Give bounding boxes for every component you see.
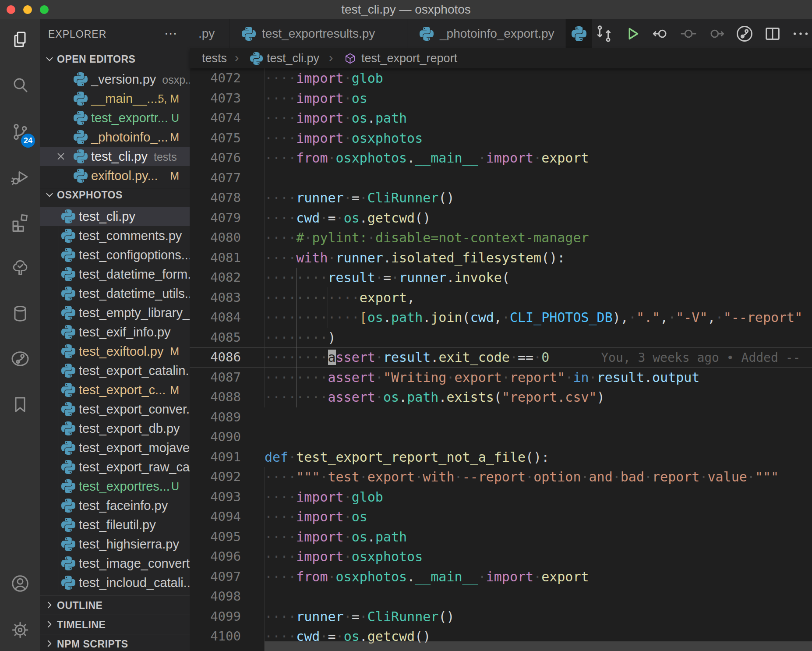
tree-item[interactable]: test_cli.py (40, 207, 190, 226)
python-icon (61, 364, 75, 379)
open-editors-header[interactable]: OPEN EDITORS (40, 53, 190, 67)
horizontal-scrollbar[interactable] (265, 641, 812, 651)
code-line[interactable]: 4079····cwd·=·os.getcwd() (190, 208, 812, 228)
code-line[interactable]: 4099····runner·=·CliRunner() (190, 607, 812, 627)
open-editor-item[interactable]: exiftool.py...M (40, 166, 190, 185)
osxphotos-header[interactable]: OSXPHOTOS (40, 188, 190, 202)
tree-item[interactable]: test_export_catalin... (40, 361, 190, 380)
tree-item[interactable]: test_export_mojave... (40, 438, 190, 457)
database-icon[interactable] (10, 303, 31, 324)
code-line[interactable]: 4096····import·osxphotos (190, 547, 812, 567)
open-editor-item[interactable]: test_exportr...U (40, 108, 190, 127)
sidebar-section-npm-scripts[interactable]: NPM SCRIPTS (40, 634, 190, 651)
more-actions-icon[interactable] (791, 24, 811, 44)
open-editor-item[interactable]: test_cli.pytests (40, 147, 190, 166)
tree-item[interactable]: test_exportres...U (40, 477, 190, 496)
breadcrumb-folder[interactable]: tests (202, 48, 227, 68)
code-text: ········assert·os.path.exists("report.cs… (265, 387, 605, 407)
code-line[interactable]: 4077 (190, 168, 812, 188)
tree-item[interactable]: test_incloud_catali... (40, 573, 190, 592)
tree-item-label: test_fileutil.py (79, 515, 156, 534)
code-line[interactable]: 4094····import·os (190, 507, 812, 527)
code-line[interactable]: 4098 (190, 587, 812, 607)
python-icon (61, 325, 75, 341)
line-number: 4075 (190, 128, 241, 149)
code-text: ····import·os (265, 507, 367, 527)
code-line[interactable]: 4095····import·os.path (190, 527, 812, 547)
breadcrumb-symbol[interactable]: test_export_report (361, 48, 457, 68)
tree-item[interactable]: test_datetime_utils.... (40, 284, 190, 303)
close-icon[interactable] (55, 151, 67, 164)
code-line[interactable]: 4081····with·runner.isolated_filesystem(… (190, 248, 812, 268)
code-line[interactable]: 4091def·test_export_report_not_a_file(): (190, 447, 812, 467)
code-line[interactable]: 4084············[os.path.join(cwd,·CLI_P… (190, 308, 812, 328)
python-interpreter-block[interactable] (566, 19, 592, 48)
explorer-more-actions-icon[interactable]: ⋯ (164, 25, 177, 41)
code-line[interactable]: 4072····import·glob (190, 68, 812, 88)
code-line[interactable]: 4083············export, (190, 288, 812, 308)
tree-item[interactable]: test_comments.py (40, 226, 190, 245)
tree-item[interactable]: test_configoptions.... (40, 245, 190, 265)
explorer-icon[interactable] (10, 29, 31, 50)
code-line[interactable]: 4073····import·os (190, 88, 812, 109)
code-text: ········assert·result.exit_code·==·0You,… (265, 347, 800, 368)
tree-item[interactable]: test_export_c...M (40, 380, 190, 400)
extensions-icon[interactable] (10, 212, 31, 233)
sidebar-section-timeline[interactable]: TIMELINE (40, 615, 190, 634)
code-line[interactable]: 4078····runner·=·CliRunner() (190, 188, 812, 208)
line-number: 4074 (190, 108, 241, 128)
code-line[interactable]: 4075····import·osxphotos (190, 128, 812, 149)
editor-tab[interactable]: test_exportresults.py (229, 19, 407, 48)
settings-gear-icon[interactable] (10, 619, 31, 640)
code-line[interactable]: 4093····import·glob (190, 487, 812, 507)
code-line[interactable]: 4087········assert·"Writing·export·repor… (190, 368, 812, 388)
next-change-icon[interactable] (706, 24, 727, 44)
code-line[interactable]: 4085········) (190, 328, 812, 348)
editor-tab[interactable]: _photoinfo_export.py (407, 19, 565, 48)
tree-item[interactable]: test_export_conver... (40, 400, 190, 419)
account-icon[interactable] (10, 573, 31, 594)
split-editor-icon[interactable] (763, 24, 783, 44)
code-line[interactable]: 4076····from·osxphotos.__main__·import·e… (190, 148, 812, 168)
open-editor-item[interactable]: __main__....5, M (40, 89, 190, 108)
compare-changes-icon[interactable] (594, 24, 614, 44)
tree-item[interactable]: test_export_db.py (40, 419, 190, 438)
search-icon[interactable] (10, 75, 31, 96)
tree-item[interactable]: test_datetime_form... (40, 265, 190, 284)
code-line[interactable]: 4086········assert·result.exit_code·==·0… (190, 347, 812, 368)
editor-tab[interactable]: .py (190, 19, 229, 48)
tree-item[interactable]: test_export_raw_ca... (40, 457, 190, 477)
open-editor-item[interactable]: _photoinfo_...M (40, 127, 190, 147)
sidebar-section-outline[interactable]: OUTLINE (40, 595, 190, 615)
tree-item[interactable]: test_faceinfo.py (40, 496, 190, 515)
chevron-right-icon (44, 638, 55, 651)
tree-item[interactable]: test_fileutil.py (40, 515, 190, 534)
code-line[interactable]: 4082········result·=·runner.invoke( (190, 268, 812, 288)
code-line[interactable]: 4090 (190, 427, 812, 447)
run-icon[interactable] (622, 24, 643, 44)
gitlens-circle-icon[interactable] (734, 24, 755, 44)
tree-item[interactable]: test_image_convert... (40, 554, 190, 573)
code-line[interactable]: 4074····import·os.path (190, 108, 812, 128)
tree-item-label: test_configoptions.... (79, 245, 190, 265)
open-editor-item[interactable]: _version.pyosxp... (40, 70, 190, 89)
tree-item[interactable]: test_empty_library_... (40, 303, 190, 322)
code-line[interactable]: 4088········assert·os.path.exists("repor… (190, 387, 812, 407)
previous-change-icon[interactable] (650, 24, 671, 44)
gitlens-icon[interactable] (10, 348, 31, 369)
tree-item[interactable]: test_highsierra.py (40, 534, 190, 554)
python-icon (242, 27, 256, 42)
code-line[interactable]: 4097····from·osxphotos.__main__·import·e… (190, 567, 812, 587)
todo-tree-icon[interactable] (10, 258, 31, 279)
source-control-icon[interactable]: 24 (10, 121, 31, 142)
code-line[interactable]: 4092····"""·test·export·with·--report·op… (190, 467, 812, 487)
bookmark-icon[interactable] (10, 394, 31, 415)
run-debug-icon[interactable] (10, 166, 31, 188)
tree-item[interactable]: test_exif_info.py (40, 322, 190, 342)
breadcrumb-file[interactable]: test_cli.py (267, 48, 319, 68)
code-line[interactable]: 4080····#·pylint:·disable=not-context-ma… (190, 228, 812, 248)
code-line[interactable]: 4089 (190, 407, 812, 428)
change-icon[interactable] (678, 24, 699, 44)
tree-item[interactable]: test_exiftool.pyM (40, 342, 190, 361)
code-editor[interactable]: 4072····import·glob4073····import·os4074… (190, 68, 812, 651)
